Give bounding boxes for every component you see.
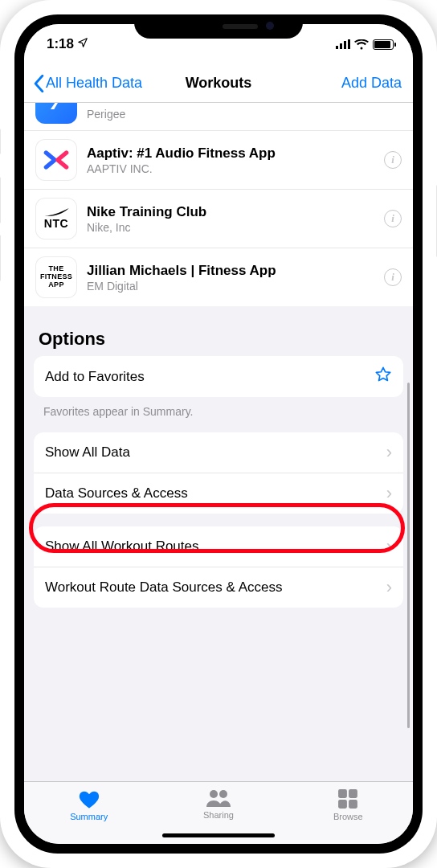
cell-label: Show All Workout Routes bbox=[45, 538, 386, 555]
data-group: Show All Data › Data Sources & Access › bbox=[34, 432, 403, 514]
grid-icon bbox=[337, 788, 358, 809]
home-indicator[interactable] bbox=[162, 833, 275, 837]
favorites-note: Favorites appear in Summary. bbox=[24, 397, 413, 420]
svg-rect-7 bbox=[349, 789, 357, 798]
app-publisher: AAPTIV INC. bbox=[87, 162, 384, 175]
chevron-right-icon: › bbox=[386, 577, 392, 598]
cellular-icon bbox=[336, 39, 350, 49]
app-row-seven[interactable]: 7 Perigee bbox=[24, 103, 413, 130]
show-all-routes-cell[interactable]: Show All Workout Routes › bbox=[34, 526, 403, 567]
show-all-data-cell[interactable]: Show All Data › bbox=[34, 432, 403, 473]
tab-label: Summary bbox=[70, 812, 108, 821]
app-publisher: Perigee bbox=[87, 108, 402, 121]
data-sources-cell[interactable]: Data Sources & Access › bbox=[34, 473, 403, 514]
add-data-button[interactable]: Add Data bbox=[341, 75, 402, 92]
chevron-right-icon: › bbox=[386, 536, 392, 557]
svg-rect-8 bbox=[338, 800, 347, 809]
content-area: 7 Perigee Aaptiv: #1 Audio Fitness App A… bbox=[24, 103, 413, 781]
device-notch bbox=[134, 14, 303, 39]
heart-icon bbox=[78, 788, 100, 809]
favorites-group: Add to Favorites bbox=[34, 356, 403, 397]
app-icon-seven: 7 bbox=[35, 103, 77, 124]
tab-browse[interactable]: Browse bbox=[284, 788, 413, 821]
back-label: All Health Data bbox=[46, 75, 142, 92]
info-icon[interactable]: i bbox=[384, 210, 402, 227]
tab-label: Browse bbox=[333, 812, 363, 821]
tab-label: Sharing bbox=[203, 810, 234, 820]
svg-point-5 bbox=[219, 790, 227, 798]
svg-rect-9 bbox=[349, 800, 357, 809]
cell-label: Add to Favorites bbox=[45, 369, 374, 385]
options-header: Options bbox=[24, 306, 413, 356]
svg-rect-6 bbox=[338, 789, 347, 798]
app-publisher: Nike, Inc bbox=[87, 221, 384, 234]
svg-rect-3 bbox=[348, 39, 350, 49]
app-name: Jillian Michaels | Fitness App bbox=[87, 262, 384, 279]
tab-summary[interactable]: Summary bbox=[24, 788, 153, 821]
page-title: Workouts bbox=[186, 75, 252, 92]
info-icon[interactable]: i bbox=[384, 268, 402, 286]
tab-sharing[interactable]: Sharing bbox=[153, 788, 283, 820]
back-button[interactable]: All Health Data bbox=[34, 75, 142, 92]
wifi-icon bbox=[354, 39, 369, 50]
people-icon bbox=[205, 788, 232, 808]
location-icon bbox=[77, 36, 88, 52]
route-sources-cell[interactable]: Workout Route Data Sources & Access › bbox=[34, 567, 403, 608]
add-to-favorites-cell[interactable]: Add to Favorites bbox=[34, 356, 403, 397]
chevron-right-icon: › bbox=[386, 483, 392, 504]
cell-label: Show All Data bbox=[45, 444, 386, 461]
app-publisher: EM Digital bbox=[87, 280, 384, 293]
battery-icon bbox=[373, 39, 394, 50]
app-row-jm[interactable]: THEFITNESSAPP Jillian Michaels | Fitness… bbox=[24, 248, 413, 306]
chevron-right-icon: › bbox=[386, 442, 392, 463]
app-name: Nike Training Club bbox=[87, 203, 384, 220]
app-icon-aaptiv bbox=[35, 139, 77, 181]
star-icon bbox=[374, 366, 392, 387]
app-name: Aaptiv: #1 Audio Fitness App bbox=[87, 145, 384, 162]
scroll-indicator bbox=[407, 383, 410, 728]
svg-point-4 bbox=[210, 790, 218, 798]
info-icon[interactable]: i bbox=[384, 151, 402, 169]
svg-rect-2 bbox=[344, 41, 346, 49]
nav-bar: All Health Data Workouts Add Data bbox=[24, 64, 413, 103]
app-row-ntc[interactable]: NTC Nike Training Club Nike, Inc i bbox=[24, 189, 413, 248]
chevron-left-icon bbox=[34, 75, 44, 92]
cell-label: Workout Route Data Sources & Access bbox=[45, 579, 386, 596]
app-list: 7 Perigee Aaptiv: #1 Audio Fitness App A… bbox=[24, 103, 413, 306]
cell-label: Data Sources & Access bbox=[45, 485, 386, 502]
status-time: 1:18 bbox=[47, 36, 74, 52]
routes-group: Show All Workout Routes › Workout Route … bbox=[34, 526, 403, 608]
svg-rect-1 bbox=[340, 43, 342, 49]
app-icon-ntc: NTC bbox=[35, 198, 77, 240]
svg-rect-0 bbox=[336, 46, 338, 49]
app-icon-jm: THEFITNESSAPP bbox=[35, 256, 77, 298]
app-row-aaptiv[interactable]: Aaptiv: #1 Audio Fitness App AAPTIV INC.… bbox=[24, 130, 413, 189]
